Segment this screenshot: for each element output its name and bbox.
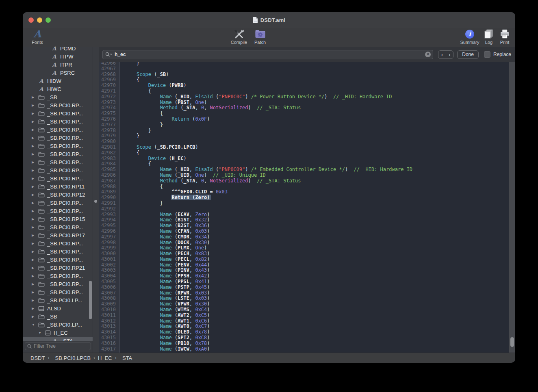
breadcrumb-item-sb-pci0-lpcb[interactable]: _SB.PCI0.LPCB	[52, 355, 91, 361]
code-line-43015[interactable]: 43015 Name (SPT2, 0xC8)	[99, 335, 515, 341]
disclosure-collapsed-icon[interactable]: ▶	[31, 282, 38, 286]
tree-item-sb[interactable]: ▶_SB	[23, 312, 93, 321]
tree-item-sb-pci0-rp[interactable]: ▶_SB.PCI0.RP...	[23, 101, 93, 109]
code-line-42972[interactable]: 42972 Name (_HID, EisaId ("PNP0C0C") /* …	[99, 94, 515, 100]
disclosure-collapsed-icon[interactable]: ▶	[31, 185, 38, 188]
code-editor[interactable]: 42966 }4296742968 Scope (_SB)42969 {4297…	[99, 62, 515, 353]
tree-item-sb-pci0-rp[interactable]: ▶_SB.PCI0.RP...	[23, 256, 93, 264]
disclosure-collapsed-icon[interactable]: ▶	[31, 225, 38, 229]
code-line-43013[interactable]: 43013 Name (AWT0, 0xC7)	[99, 324, 515, 329]
code-line-42991[interactable]: 42991 }	[99, 201, 515, 206]
code-line-42995[interactable]: 42995 Name (B2ST, 0x36)	[99, 223, 515, 229]
disclosure-collapsed-icon[interactable]: ▶	[31, 160, 38, 164]
code-line-42985[interactable]: 42985 Name (_HID, EisaId ("PNP0C09") /* …	[99, 167, 515, 173]
code-line-42997[interactable]: 42997 Name (CMDR, 0x3A)	[99, 234, 515, 240]
tree-item-sb-pci0-rp[interactable]: ▶_SB.PCI0.RP...	[23, 199, 93, 207]
code-line-42973[interactable]: 42973 Name (PBST, One)	[99, 100, 515, 106]
tree-item-itpr[interactable]: AITPR	[23, 61, 93, 69]
code-line-43006[interactable]: 43006 Name (PSTP, 0x45)	[99, 285, 515, 290]
tree-item-itpw[interactable]: AITPW	[23, 52, 93, 61]
code-line-42982[interactable]: 42982 {	[99, 150, 515, 156]
code-line-42966[interactable]: 42966 }	[99, 62, 515, 66]
disclosure-collapsed-icon[interactable]: ▶	[31, 307, 38, 310]
editor-scrollbar-thumb[interactable]	[510, 337, 514, 347]
clear-search-icon[interactable]: ×	[425, 52, 431, 57]
code-line-42970[interactable]: 42970 Device (PWRB)	[99, 83, 515, 89]
tree-item-sb-pci0-rp[interactable]: ▶_SB.PCI0.RP...	[23, 142, 93, 150]
code-line-42967[interactable]: 42967	[99, 66, 515, 72]
code-line-43001[interactable]: 43001 Name (PECL, 0x82)	[99, 257, 515, 262]
patch-button[interactable]: Patch	[251, 28, 269, 45]
tree-item-hidw[interactable]: AHIDW	[23, 77, 93, 85]
code-line-42971[interactable]: 42971 {	[99, 89, 515, 94]
code-line-42968[interactable]: 42968 Scope (_SB)	[99, 72, 515, 78]
code-line-43005[interactable]: 43005 Name (PPSL, 0x41)	[99, 279, 515, 285]
code-line-43008[interactable]: 43008 Name (LSTE, 0x03)	[99, 296, 515, 301]
tree-item-sb-pci0-rp[interactable]: ▶_SB.PCI0.RP...	[23, 117, 93, 126]
disclosure-collapsed-icon[interactable]: ▶	[31, 120, 38, 123]
disclosure-collapsed-icon[interactable]: ▶	[31, 169, 38, 172]
tree-item-hiwc[interactable]: AHIWC	[23, 85, 93, 93]
code-line-42996[interactable]: 42996 Name (CFAN, 0x03)	[99, 229, 515, 234]
disclosure-collapsed-icon[interactable]: ▶	[31, 201, 38, 205]
code-line-43010[interactable]: 43010 Name (WTMS, 0xC4)	[99, 307, 515, 313]
tree-item-sb-pci0-rp[interactable]: ▶_SB.PCI0.RP...	[23, 126, 93, 134]
disclosure-collapsed-icon[interactable]: ▶	[31, 144, 38, 148]
disclosure-collapsed-icon[interactable]: ▶	[31, 128, 38, 132]
disclosure-collapsed-icon[interactable]: ▶	[31, 258, 38, 262]
tree-item-pcmd[interactable]: APCMD	[23, 44, 93, 52]
code-line-42998[interactable]: 42998 Name (DOCK, 0x30)	[99, 240, 515, 246]
divider-handle-icon[interactable]	[94, 200, 97, 203]
code-line-42987[interactable]: 42987 Method (_STA, 0, NotSerialized) //…	[99, 178, 515, 184]
tree-item-sb-pci0-lp[interactable]: ▶_SB.PCI0.LP...	[23, 296, 93, 304]
tree-item-sb-pci0-rp[interactable]: ▶_SB.PCI0.RP...	[23, 109, 93, 117]
print-button[interactable]: Print	[497, 28, 512, 45]
disclosure-collapsed-icon[interactable]: ▶	[31, 217, 38, 221]
tree-item-sb-pci0-rp[interactable]: ▶_SB.PCI0.RP...	[23, 272, 93, 280]
disclosure-collapsed-icon[interactable]: ▶	[31, 315, 38, 318]
code-line-42981[interactable]: 42981 Scope (_SB.PCI0.LPCB)	[99, 145, 515, 150]
pane-divider[interactable]	[93, 47, 99, 353]
code-line-43003[interactable]: 43003 Name (PINV, 0x43)	[99, 268, 515, 273]
sidebar-scrollbar-thumb[interactable]	[89, 281, 92, 319]
disclosure-collapsed-icon[interactable]: ▶	[31, 290, 38, 294]
disclosure-collapsed-icon[interactable]: ▶	[31, 95, 38, 99]
disclosure-collapsed-icon[interactable]: ▶	[31, 266, 38, 270]
code-line-42979[interactable]: 42979 }	[99, 133, 515, 139]
zoom-button[interactable]	[46, 17, 51, 23]
disclosure-collapsed-icon[interactable]: ▶	[31, 177, 38, 180]
search-scope-icon[interactable]	[105, 52, 112, 57]
find-previous-button[interactable]: ‹	[438, 51, 446, 58]
tree-item-sb-pci0-rp[interactable]: ▶_SB.PCI0.RP...	[23, 150, 93, 158]
tree-item-sb-pci0-rp[interactable]: ▶_SB.PCI0.RP...	[23, 158, 93, 166]
tree-item-sb-pci0-rp15[interactable]: ▶_SB.PCI0.RP15	[23, 215, 93, 223]
tree-item-alsd[interactable]: ▶ALSD	[23, 304, 93, 312]
log-button[interactable]: Log	[481, 28, 497, 45]
code-line-42974[interactable]: 42974 Method (_STA, 0, NotSerialized) //…	[99, 105, 515, 111]
tree-item-sb-pci0-rp[interactable]: ▶_SB.PCI0.RP...	[23, 166, 93, 174]
code-line-42994[interactable]: 42994 Name (B1ST, 0x32)	[99, 217, 515, 223]
code-line-43002[interactable]: 43002 Name (PENV, 0x44)	[99, 262, 515, 268]
tree-item-sb-pci0-rp[interactable]: ▶_SB.PCI0.RP...	[23, 134, 93, 142]
disclosure-expanded-icon[interactable]: ▼	[37, 331, 44, 335]
titlebar[interactable]: DSDT.aml	[23, 12, 515, 28]
code-line-43016[interactable]: 43016 Name (PB10, 0x78)	[99, 341, 515, 347]
tree-item-sb-pci0-rp11[interactable]: ▶_SB.PCI0.RP11	[23, 182, 93, 191]
close-button[interactable]	[28, 17, 34, 23]
tree-item-sb-pci0-rp[interactable]: ▶_SB.PCI0.RP...	[23, 174, 93, 182]
editor-scrollbar-track[interactable]	[509, 62, 515, 353]
replace-checkbox[interactable]	[484, 51, 490, 58]
code-line-43017[interactable]: 43017 Name (IWCW, 0xA0)	[99, 347, 515, 352]
breadcrumb-item-dsdt[interactable]: DSDT	[30, 355, 45, 361]
disclosure-expanded-icon[interactable]: ▼	[31, 323, 38, 327]
code-line-42993[interactable]: 42993 Name (ECAV, Zero)	[99, 212, 515, 218]
tree-item-h-ec[interactable]: ▼H_EC	[23, 329, 93, 337]
disclosure-collapsed-icon[interactable]: ▶	[31, 152, 38, 156]
minimize-button[interactable]	[37, 17, 42, 23]
disclosure-collapsed-icon[interactable]: ▶	[31, 234, 38, 237]
tree-item-sb-pci0-lp[interactable]: ▼_SB.PCI0.LP...	[23, 321, 93, 329]
code-line-43004[interactable]: 43004 Name (PPSH, 0x42)	[99, 273, 515, 279]
code-line-42978[interactable]: 42978 }	[99, 128, 515, 134]
code-line-43014[interactable]: 43014 Name (DLED, 0x78)	[99, 329, 515, 335]
tree-item-sb[interactable]: ▶_SB	[23, 93, 93, 101]
